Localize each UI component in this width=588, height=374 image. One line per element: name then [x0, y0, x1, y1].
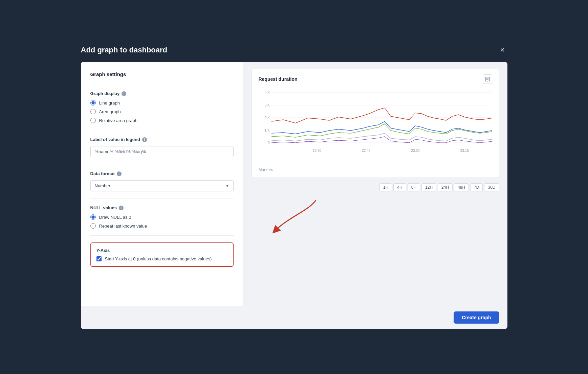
svg-text:4 K: 4 K — [264, 91, 269, 95]
radio-draw-null-zero-input[interactable] — [90, 214, 96, 220]
export-icon — [485, 77, 490, 81]
arrow-annotation-svg — [262, 197, 329, 241]
right-panel: Request duration — [243, 62, 507, 306]
time-btn-1h[interactable]: 1H — [379, 183, 392, 191]
radio-repeat-last-label: Repeat last known value — [99, 224, 147, 229]
chart-title: Request duration — [259, 76, 298, 82]
chart-area: 4 K 3 K 2 K 1 K 0 22:30 22:45 23:00 23:1… — [259, 89, 492, 164]
legend-info-icon[interactable]: i — [142, 137, 147, 142]
svg-text:0: 0 — [268, 141, 270, 145]
chart-export-button[interactable] — [483, 74, 492, 84]
radio-relative-area-graph-label: Relative area graph — [99, 118, 137, 123]
svg-text:23:00: 23:00 — [411, 148, 419, 153]
time-btn-24h[interactable]: 24H — [438, 183, 453, 191]
section-title: Graph settings — [90, 71, 234, 77]
time-btn-8h[interactable]: 8H — [408, 183, 420, 191]
radio-draw-null-zero[interactable]: Draw NULL as 0 — [90, 214, 234, 220]
time-range-row: 1H 4H 8H 12H 24H 48H 7D 30D — [252, 183, 499, 191]
legend-label-input[interactable] — [90, 146, 234, 157]
data-format-info-icon[interactable]: i — [117, 171, 122, 176]
svg-text:22:45: 22:45 — [362, 148, 370, 153]
radio-line-graph-label: Line graph — [99, 100, 120, 106]
yaxis-title: Y-Axis — [96, 248, 227, 253]
svg-text:2 K: 2 K — [264, 116, 269, 120]
radio-relative-area-graph[interactable]: Relative area graph — [90, 118, 234, 123]
graph-display-radio-group: Line graph Area graph Relative area grap… — [90, 100, 234, 123]
radio-area-graph-input[interactable] — [90, 109, 96, 114]
chart-svg: 4 K 3 K 2 K 1 K 0 22:30 22:45 23:00 23:1… — [259, 89, 492, 157]
time-btn-12h[interactable]: 12H — [421, 183, 436, 191]
data-format-label: Data format i — [90, 171, 234, 176]
legend-label-field-label: Label of value in legend i — [90, 137, 234, 142]
time-btn-4h[interactable]: 4H — [393, 183, 406, 191]
left-panel: Graph settings Graph display i Line grap… — [81, 62, 243, 306]
yaxis-checkbox[interactable] — [96, 256, 102, 261]
svg-text:3 K: 3 K — [264, 103, 269, 108]
markers-label: Markers — [259, 167, 273, 172]
svg-text:23:15: 23:15 — [460, 148, 469, 153]
data-format-select-wrapper: Number Bytes Percentage Seconds Millisec… — [90, 180, 234, 191]
radio-line-graph-input[interactable] — [90, 100, 96, 106]
svg-text:1 K: 1 K — [264, 128, 269, 133]
radio-draw-null-zero-label: Draw NULL as 0 — [99, 215, 131, 220]
yaxis-checkbox-item[interactable]: Start Y-axis at 0 (unless data contains … — [96, 256, 227, 261]
time-btn-30d[interactable]: 30D — [484, 183, 499, 191]
bottom-bar: Create graph — [81, 306, 507, 329]
markers-row: Markers — [259, 164, 492, 172]
radio-repeat-last[interactable]: Repeat last known value — [90, 223, 234, 229]
annotation-area — [252, 197, 499, 299]
radio-area-graph-label: Area graph — [99, 109, 121, 114]
null-values-info-icon[interactable]: i — [119, 206, 124, 210]
radio-area-graph[interactable]: Area graph — [90, 109, 234, 114]
null-values-label: NULL values i — [90, 205, 234, 210]
chart-header: Request duration — [259, 74, 492, 84]
modal-title: Add graph to dashboard — [81, 46, 167, 54]
graph-display-info-icon[interactable]: i — [122, 91, 126, 96]
radio-line-graph[interactable]: Line graph — [90, 100, 234, 106]
time-btn-48h[interactable]: 48H — [454, 183, 469, 191]
chart-container: Request duration — [252, 69, 499, 178]
yaxis-section: Y-Axis Start Y-axis at 0 (unless data co… — [90, 242, 234, 267]
radio-repeat-last-input[interactable] — [90, 223, 96, 229]
close-button[interactable]: × — [498, 45, 507, 55]
graph-display-label: Graph display i — [90, 91, 234, 96]
null-values-radio-group: Draw NULL as 0 Repeat last known value — [90, 214, 234, 229]
radio-relative-area-graph-input[interactable] — [90, 118, 96, 123]
yaxis-checkbox-label: Start Y-axis at 0 (unless data contains … — [105, 256, 212, 261]
data-format-select[interactable]: Number Bytes Percentage Seconds Millisec… — [90, 180, 234, 191]
create-graph-button[interactable]: Create graph — [454, 311, 499, 324]
svg-text:22:30: 22:30 — [313, 148, 321, 153]
time-btn-7d[interactable]: 7D — [470, 183, 483, 191]
